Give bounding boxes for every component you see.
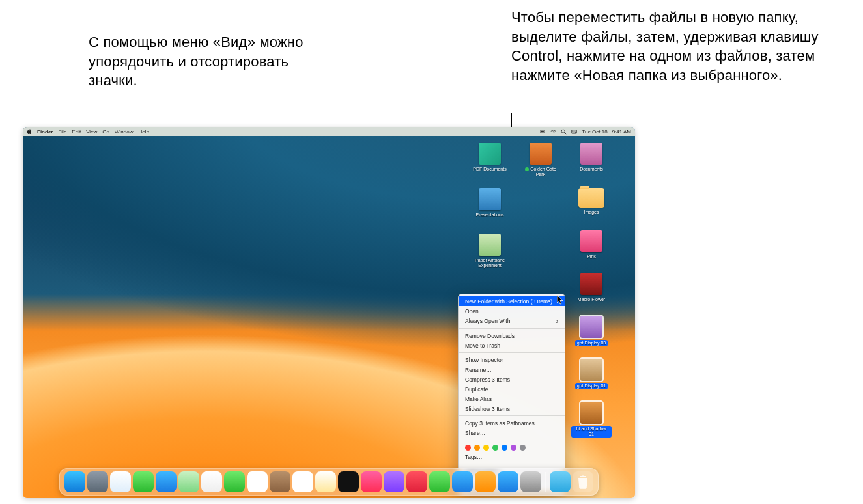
- context-menu-item[interactable]: Open: [459, 306, 565, 316]
- dock-finder-icon[interactable]: [64, 471, 85, 492]
- dock-numbers-icon[interactable]: [429, 471, 450, 492]
- desktop-icon-presentations[interactable]: Presentations: [470, 188, 510, 217]
- dock-messages-icon[interactable]: [133, 471, 154, 492]
- menubar-window[interactable]: Window: [115, 129, 133, 135]
- svg-line-5: [565, 132, 566, 133]
- svg-point-7: [573, 130, 574, 132]
- desktop-icon-images-folder[interactable]: Images: [571, 188, 612, 215]
- context-menu[interactable]: New Folder with Selection (3 Items)OpenA…: [458, 294, 565, 494]
- dock-music-icon[interactable]: [361, 471, 382, 492]
- desktop-icon-golden-gate-park[interactable]: Golden Gate Park: [520, 143, 561, 177]
- context-menu-item[interactable]: Move to Trash: [459, 341, 565, 350]
- callout-left-content: С помощью меню «Вид» можно упорядочить и…: [89, 34, 304, 89]
- svg-rect-1: [541, 131, 545, 132]
- dock-mail-icon[interactable]: [156, 471, 177, 492]
- context-menu-item[interactable]: Slideshow 3 Items: [459, 404, 565, 413]
- context-menu-item[interactable]: Tags…: [459, 452, 565, 462]
- callout-right-content: Чтобы переместить файлы в новую папку, в…: [511, 9, 819, 83]
- desktop-icon-pdf-documents[interactable]: PDF Documents: [470, 143, 510, 172]
- svg-point-3: [553, 132, 554, 133]
- dock-tv-icon[interactable]: [338, 471, 359, 492]
- dock-contacts-icon[interactable]: [270, 471, 290, 492]
- control-center-icon[interactable]: [571, 129, 577, 135]
- wifi-icon[interactable]: [550, 129, 556, 135]
- dock-pages-icon[interactable]: [475, 471, 496, 492]
- apple-logo-icon[interactable]: [27, 129, 32, 134]
- dock-keynote-icon[interactable]: [452, 471, 473, 492]
- menubar-view[interactable]: View: [86, 129, 97, 135]
- dock-notes-icon[interactable]: [315, 471, 336, 492]
- menubar-edit[interactable]: Edit: [72, 129, 81, 135]
- dock-facetime-icon[interactable]: [224, 471, 245, 492]
- desktop-icon-night-display-03[interactable]: ght Display 03: [571, 316, 612, 346]
- context-menu-item[interactable]: Show Inspector: [459, 355, 565, 365]
- spotlight-icon[interactable]: [561, 129, 567, 135]
- dock-maps-icon[interactable]: [178, 471, 199, 492]
- context-menu-item[interactable]: Compress 3 Items: [459, 374, 565, 384]
- svg-point-9: [575, 132, 576, 133]
- context-menu-item[interactable]: Always Open With: [459, 316, 565, 326]
- svg-rect-2: [545, 131, 545, 132]
- context-menu-tag-colors[interactable]: [459, 442, 565, 452]
- dock-appstore-icon[interactable]: [498, 471, 518, 492]
- dock-photos-icon[interactable]: [201, 471, 222, 492]
- desktop-icon-paper-airplane-experiment[interactable]: Paper Airplane Experiment: [470, 234, 510, 268]
- dock-trash-icon[interactable]: [573, 471, 593, 492]
- desktop-icon-night-display-01[interactable]: ght Display 01: [571, 359, 612, 389]
- menubar: Finder File Edit View Go Window Help Tue…: [23, 127, 635, 136]
- context-menu-item[interactable]: Duplicate: [459, 384, 565, 394]
- menubar-app-name[interactable]: Finder: [37, 129, 53, 135]
- menubar-file[interactable]: File: [58, 129, 66, 135]
- context-menu-item[interactable]: Rename…: [459, 365, 565, 374]
- callout-left-text: С помощью меню «Вид» можно упорядочить и…: [89, 33, 310, 91]
- desktop-icon-macro-flower[interactable]: Macro Flower: [571, 273, 612, 302]
- context-menu-item[interactable]: Remove Downloads: [459, 331, 565, 341]
- dock-settings-icon[interactable]: [520, 471, 541, 492]
- macos-screenshot: Finder File Edit View Go Window Help Tue…: [23, 127, 635, 498]
- dock-news-icon[interactable]: [406, 471, 427, 492]
- dock-safari-icon[interactable]: [110, 471, 131, 492]
- dock-reminders-icon[interactable]: [292, 471, 313, 492]
- dock[interactable]: [59, 468, 599, 496]
- battery-icon[interactable]: [540, 129, 546, 135]
- context-menu-item[interactable]: New Folder with Selection (3 Items): [459, 296, 565, 306]
- context-menu-item[interactable]: Make Alias: [459, 394, 565, 404]
- dock-downloads-icon[interactable]: [550, 471, 571, 492]
- dock-launchpad-icon[interactable]: [87, 471, 108, 492]
- desktop-icon-light-and-shadow-01[interactable]: ht and Shadow 01: [571, 402, 612, 438]
- callout-right-text: Чтобы переместить файлы в новую папку, в…: [511, 8, 850, 85]
- menubar-date[interactable]: Tue Oct 18: [582, 129, 607, 135]
- context-menu-item[interactable]: Copy 3 Items as Pathnames: [459, 418, 565, 428]
- menubar-time[interactable]: 9:41 AM: [612, 129, 631, 135]
- context-menu-item[interactable]: Share…: [459, 428, 565, 438]
- svg-point-4: [561, 130, 565, 133]
- desktop-icon-documents[interactable]: Documents: [571, 143, 612, 172]
- dock-calendar-icon[interactable]: [247, 471, 268, 492]
- dock-podcasts-icon[interactable]: [384, 471, 404, 492]
- mouse-cursor-icon: [557, 295, 564, 305]
- menubar-help[interactable]: Help: [138, 129, 149, 135]
- menubar-go[interactable]: Go: [102, 129, 109, 135]
- desktop-icon-pink[interactable]: Pink: [571, 230, 612, 259]
